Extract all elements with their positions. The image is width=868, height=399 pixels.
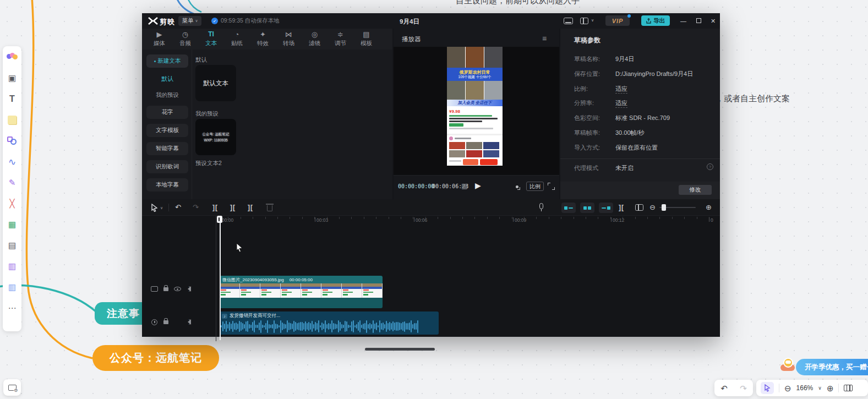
document-tool-icon[interactable]: ▤ bbox=[6, 239, 19, 252]
player-menu-icon[interactable]: ≡ bbox=[542, 34, 547, 43]
audio-track-lock-icon[interactable] bbox=[163, 320, 168, 324]
timeline-ruler[interactable]: 00:00 00:03 00:06 00:09 00:12 0 bbox=[142, 216, 720, 225]
wb-zoom-out-icon[interactable]: ⊖ bbox=[784, 384, 791, 392]
wb-redo-icon[interactable]: ↷ bbox=[740, 384, 747, 392]
shape-combo bbox=[7, 136, 17, 145]
mindmap-node-channel[interactable]: 公众号：远航笔记 bbox=[92, 345, 219, 371]
sidebar-item-smart-captions[interactable]: 智能字幕 bbox=[146, 142, 188, 155]
tick-label: 00:06 bbox=[416, 217, 427, 223]
preset-text-card[interactable]: 公众号: 远航笔记 WXP: 1180935 bbox=[195, 119, 236, 155]
linkage-toggle[interactable] bbox=[599, 203, 613, 213]
sidebar-item-new-text[interactable]: •新建文本 bbox=[146, 54, 188, 68]
modify-button[interactable]: 修改 bbox=[679, 185, 712, 195]
tick-label: 0 bbox=[711, 217, 713, 223]
presentation-settings-button[interactable] bbox=[3, 379, 21, 396]
default-text-card[interactable]: 默认文本 bbox=[195, 65, 236, 101]
sidebar-item-fancy-text[interactable]: 花字 bbox=[146, 106, 188, 119]
track-adjust-icon[interactable]: ][ bbox=[619, 204, 624, 211]
video-track-lock-icon[interactable] bbox=[163, 287, 168, 291]
templates-icon[interactable] bbox=[6, 51, 19, 64]
shapes-tool-icon[interactable] bbox=[6, 134, 19, 147]
timeline-zoom-slider[interactable] bbox=[659, 207, 696, 208]
sidebar-item-default[interactable]: 默认 bbox=[146, 72, 188, 85]
frame-preview-icon[interactable]: ▦ bbox=[461, 182, 467, 190]
select-tool-icon[interactable] bbox=[151, 204, 158, 212]
sidebar-item-text-template[interactable]: 文字模板 bbox=[146, 124, 188, 137]
zoom-level[interactable]: 166% bbox=[796, 384, 814, 392]
kanban-tool-icon[interactable]: ▥ bbox=[6, 281, 19, 294]
minimap-icon[interactable] bbox=[844, 385, 853, 391]
row-value[interactable]: 适应 bbox=[615, 99, 627, 108]
timeline-zoom-in-icon[interactable]: ⊕ bbox=[706, 204, 712, 211]
record-voiceover-icon[interactable] bbox=[539, 203, 543, 209]
timeline-scrollbar[interactable] bbox=[365, 348, 435, 351]
redo-icon[interactable]: ↷ bbox=[193, 204, 199, 211]
templates-blobs bbox=[7, 53, 18, 62]
export-button[interactable]: 导出 bbox=[641, 15, 670, 26]
split-left-icon[interactable]: ][ bbox=[212, 204, 218, 211]
wb-zoom-in-icon[interactable]: ⊕ bbox=[827, 384, 834, 392]
table-tool-icon[interactable]: ▦ bbox=[6, 218, 19, 231]
close-button[interactable]: ✕ bbox=[711, 18, 716, 25]
maximize-button[interactable] bbox=[696, 18, 701, 23]
text-tool-icon[interactable]: T bbox=[6, 92, 19, 106]
tab-sticker[interactable]: ◔贴纸 bbox=[224, 29, 250, 50]
promo-banner[interactable]: 开学季优惠，买一赠一 bbox=[796, 359, 868, 375]
sticky-note-tool-icon[interactable] bbox=[6, 113, 19, 127]
track-display-icon[interactable] bbox=[151, 286, 158, 292]
split-icon[interactable]: ][ bbox=[230, 204, 236, 211]
snap-toggle[interactable] bbox=[561, 203, 576, 213]
kanban-glyph: ▥ bbox=[8, 282, 16, 292]
ratio-button[interactable]: 比例 bbox=[526, 182, 544, 191]
delete-icon[interactable] bbox=[267, 205, 272, 211]
tab-label: 音频 bbox=[179, 40, 191, 47]
fullscreen-icon[interactable] bbox=[548, 183, 555, 190]
play-button[interactable]: ▶ bbox=[475, 181, 481, 190]
video-clip[interactable]: 微信图片_20230904093055.jpg 00:00:05:00 bbox=[220, 276, 383, 308]
pen-tool-icon[interactable]: ✎ bbox=[6, 176, 19, 189]
audio-track-mute-icon[interactable] bbox=[185, 319, 191, 325]
mindmap-tool-icon[interactable]: ╳ bbox=[6, 197, 19, 210]
zoom-chevron-icon[interactable]: ∨ bbox=[818, 386, 822, 391]
render-preview-icon[interactable] bbox=[635, 204, 643, 211]
tab-template[interactable]: ▤模板 bbox=[353, 29, 379, 50]
vip-button[interactable]: VIP bbox=[605, 15, 630, 26]
minimize-button[interactable]: — bbox=[680, 18, 686, 24]
audio-track-clock-icon[interactable] bbox=[151, 319, 157, 325]
tab-effects[interactable]: ✦特效 bbox=[250, 29, 276, 50]
card-tool-icon[interactable]: ▥ bbox=[6, 260, 19, 273]
audio-clip[interactable]: ♪ 发货撤销开发商可交付... bbox=[220, 311, 439, 335]
tab-transition[interactable]: ⋈转场 bbox=[276, 29, 302, 50]
wb-undo-icon[interactable]: ↶ bbox=[720, 384, 728, 392]
layout-chevron-icon[interactable]: ∨ bbox=[591, 18, 594, 23]
select-tool-chevron-icon[interactable]: ∨ bbox=[160, 206, 163, 210]
pointer-tool-button[interactable] bbox=[761, 382, 774, 394]
tab-filter[interactable]: ◎滤镜 bbox=[302, 29, 327, 50]
canvas-fit-icon[interactable] bbox=[513, 183, 520, 190]
tab-audio[interactable]: ◷音频 bbox=[172, 29, 198, 50]
sidebar-item-lyrics-recognition[interactable]: 识别歌词 bbox=[146, 160, 188, 173]
menu-button[interactable]: 菜单 ∨ bbox=[178, 16, 201, 26]
shortcut-keys-icon[interactable] bbox=[564, 18, 573, 24]
timeline-zoom-out-icon[interactable]: ⊖ bbox=[649, 204, 656, 211]
proxy-info-icon[interactable]: ? bbox=[707, 163, 713, 170]
undo-icon[interactable]: ↶ bbox=[175, 204, 181, 211]
split-right-icon[interactable]: ][ bbox=[248, 204, 253, 211]
row-value[interactable]: 适应 bbox=[615, 85, 627, 94]
tab-adjust[interactable]: ≑调节 bbox=[327, 29, 353, 50]
auto-preview-toggle[interactable] bbox=[580, 203, 594, 213]
video-track-visibility-icon[interactable] bbox=[174, 287, 181, 291]
slider-handle[interactable] bbox=[662, 204, 666, 211]
sidebar-item-local-captions[interactable]: 本地字幕 bbox=[146, 178, 188, 192]
connector-tool-icon[interactable]: ∿ bbox=[6, 155, 19, 168]
tab-media[interactable]: ▶媒体 bbox=[146, 29, 172, 50]
layout-switch-icon[interactable] bbox=[580, 18, 588, 24]
tab-text[interactable]: TI文本 bbox=[198, 29, 224, 50]
shop-grid-thumb bbox=[483, 150, 499, 157]
more-tools-icon[interactable]: ⋯ bbox=[6, 302, 19, 315]
modify-label: 修改 bbox=[690, 186, 701, 194]
frame-tool-icon[interactable]: ▣ bbox=[6, 72, 19, 85]
sidebar-item-my-presets[interactable]: 我的预设 bbox=[146, 89, 188, 102]
preset-line1: 公众号: 远航笔记 bbox=[202, 132, 229, 137]
video-track-mute-icon[interactable] bbox=[185, 286, 191, 292]
